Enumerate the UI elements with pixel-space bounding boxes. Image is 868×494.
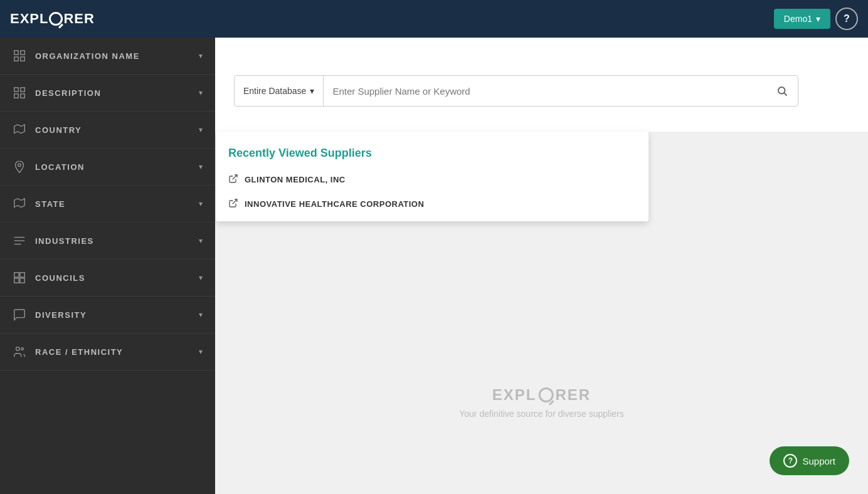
sidebar-item-state[interactable]: STATE ▾ xyxy=(0,186,215,223)
user-label: Demo1 xyxy=(784,14,812,24)
chevron-down-icon: ▾ xyxy=(199,236,203,245)
support-label: Support xyxy=(802,456,835,466)
support-button[interactable]: ? Support xyxy=(770,446,849,475)
svg-rect-3 xyxy=(21,57,24,61)
sidebar-label-councils: COUNCILS xyxy=(35,273,85,283)
svg-rect-15 xyxy=(20,273,24,277)
councils-icon xyxy=(13,271,26,285)
svg-rect-17 xyxy=(20,278,24,283)
sidebar-item-country[interactable]: COUNTRY ▾ xyxy=(0,112,215,149)
database-select[interactable]: Entire Database ▾ xyxy=(235,76,324,106)
industries-icon xyxy=(13,234,26,248)
svg-line-21 xyxy=(784,93,786,95)
dropdown-item-label-0: GLINTON MEDICAL, INC xyxy=(245,175,346,184)
logo: EXPL RER xyxy=(10,11,95,27)
watermark: EXPLRER Your definitive source for diver… xyxy=(459,386,624,419)
dropdown-title: Recently Viewed Suppliers xyxy=(216,142,648,167)
chevron-down-icon: ▾ xyxy=(199,273,203,282)
chevron-down-icon: ▾ xyxy=(199,310,203,319)
user-chevron-icon: ▾ xyxy=(816,14,820,24)
svg-rect-0 xyxy=(14,51,18,55)
svg-rect-5 xyxy=(21,88,24,92)
svg-rect-7 xyxy=(21,94,24,98)
chevron-down-icon: ▾ xyxy=(199,88,203,97)
svg-point-20 xyxy=(778,87,785,94)
svg-line-22 xyxy=(233,175,237,179)
search-input[interactable] xyxy=(324,76,766,106)
state-icon xyxy=(13,197,26,211)
sidebar-label-state: STATE xyxy=(35,199,65,209)
watermark-o-icon xyxy=(539,387,554,402)
description-icon xyxy=(13,86,26,100)
dropdown-item-label-1: INNOVATIVE HEALTHCARE CORPORATION xyxy=(245,199,424,209)
chevron-down-icon: ▾ xyxy=(199,51,203,60)
sidebar-item-race-ethnicity[interactable]: RACE / ETHNICITY ▾ xyxy=(0,334,215,370)
sidebar-item-location[interactable]: LOCATION ▾ xyxy=(0,149,215,186)
svg-line-23 xyxy=(233,199,237,204)
svg-rect-4 xyxy=(14,88,18,92)
search-button[interactable] xyxy=(766,76,798,106)
sidebar-label-location: LOCATION xyxy=(35,162,85,172)
sidebar-label-diversity: DIVERSITY xyxy=(35,310,87,320)
svg-point-18 xyxy=(16,347,20,351)
search-bar-container: Entire Database ▾ xyxy=(234,75,798,107)
svg-rect-6 xyxy=(14,94,18,98)
watermark-subtitle: Your definitive source for diverse suppl… xyxy=(459,409,624,419)
main-layout: ORGANIZATION NAME ▾ DESCRIPTION ▾ COUNTR… xyxy=(0,38,868,494)
sidebar-item-industries[interactable]: INDUSTRIES ▾ xyxy=(0,223,215,260)
location-pin-icon xyxy=(13,160,26,174)
chevron-down-icon: ▾ xyxy=(199,199,203,208)
country-icon xyxy=(13,123,26,137)
dropdown-item-1[interactable]: INNOVATIVE HEALTHCARE CORPORATION xyxy=(216,192,648,216)
svg-point-9 xyxy=(18,164,21,167)
sidebar-label-industries: INDUSTRIES xyxy=(35,236,94,246)
svg-marker-8 xyxy=(14,125,25,134)
svg-rect-14 xyxy=(14,273,19,277)
help-icon: ? xyxy=(844,13,850,24)
help-button[interactable]: ? xyxy=(835,8,858,30)
external-link-icon-1 xyxy=(228,198,238,210)
sidebar-item-description[interactable]: DESCRIPTION ▾ xyxy=(0,75,215,112)
svg-rect-1 xyxy=(21,51,24,55)
chevron-down-icon: ▾ xyxy=(199,162,203,171)
support-icon: ? xyxy=(783,454,797,468)
watermark-logo: EXPLRER xyxy=(459,386,624,404)
sidebar-item-organization-name[interactable]: ORGANIZATION NAME ▾ xyxy=(0,38,215,75)
logo-o-icon xyxy=(49,12,63,26)
content-area: Entire Database ▾ Recently Viewed Suppli… xyxy=(215,38,868,494)
sidebar-item-councils[interactable]: COUNCILS ▾ xyxy=(0,260,215,297)
user-menu-button[interactable]: Demo1 ▾ xyxy=(774,9,830,29)
header-right: Demo1 ▾ ? xyxy=(774,8,858,30)
svg-rect-16 xyxy=(14,278,19,283)
race-ethnicity-icon xyxy=(13,345,26,359)
header: EXPL RER Demo1 ▾ ? xyxy=(0,0,868,38)
svg-marker-10 xyxy=(14,199,25,208)
sidebar-label-race-ethnicity: RACE / ETHNICITY xyxy=(35,347,123,357)
chevron-down-icon: ▾ xyxy=(199,125,203,134)
database-chevron-icon: ▾ xyxy=(310,86,314,96)
sidebar-label-description: DESCRIPTION xyxy=(35,88,101,98)
sidebar-item-diversity[interactable]: DIVERSITY ▾ xyxy=(0,297,215,334)
dropdown-item-0[interactable]: GLINTON MEDICAL, INC xyxy=(216,167,648,192)
sidebar-label-country: COUNTRY xyxy=(35,125,82,135)
chevron-down-icon: ▾ xyxy=(199,347,203,356)
svg-rect-2 xyxy=(14,57,18,61)
svg-point-19 xyxy=(21,348,24,350)
search-panel: Entire Database ▾ Recently Viewed Suppli… xyxy=(215,38,868,132)
sidebar: ORGANIZATION NAME ▾ DESCRIPTION ▾ COUNTR… xyxy=(0,38,215,494)
diversity-icon xyxy=(13,308,26,322)
external-link-icon-0 xyxy=(228,174,238,186)
grid-icon xyxy=(13,49,26,63)
sidebar-label-organization-name: ORGANIZATION NAME xyxy=(35,51,140,61)
database-label: Entire Database xyxy=(243,86,306,96)
search-icon xyxy=(776,85,788,97)
search-dropdown: Recently Viewed Suppliers GLINTON MEDICA… xyxy=(216,132,648,221)
